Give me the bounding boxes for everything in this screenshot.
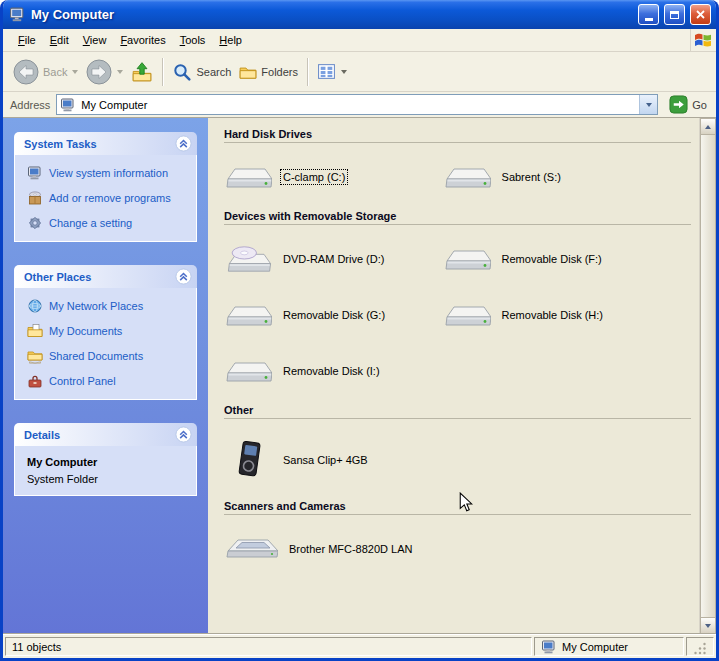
sidebar-item-add-remove-programs[interactable]: Add or remove programs (27, 190, 190, 206)
system-tasks-header[interactable]: System Tasks (14, 132, 197, 155)
sidebar-item-change-a-setting[interactable]: Change a setting (27, 215, 190, 231)
back-button[interactable]: Back (9, 56, 82, 88)
device-label: Brother MFC-8820D LAN (287, 542, 415, 556)
drive-item-d[interactable]: DVD-RAM Drive (D:) (226, 238, 445, 280)
address-value: My Computer (81, 99, 634, 111)
menu-file[interactable]: File (11, 31, 43, 49)
maximize-button[interactable] (664, 4, 685, 25)
sidebar-item-my-network-places[interactable]: My Network Places (27, 298, 190, 314)
window-title: My Computer (31, 7, 633, 22)
change-setting-icon (27, 215, 43, 231)
drive-item-h[interactable]: Removable Disk (H:) (445, 294, 664, 336)
toolbar: Back Search Folders (3, 52, 716, 92)
group-title: Hard Disk Drives (224, 128, 691, 143)
main-area: System Tasks View system information Add… (3, 118, 716, 634)
menu-edit[interactable]: Edit (43, 31, 76, 49)
address-dropdown-button[interactable] (639, 95, 657, 114)
search-label: Search (196, 66, 231, 78)
group-title: Other (224, 404, 691, 419)
address-bar: Address My Computer Go (3, 92, 716, 118)
folder-up-icon (131, 61, 153, 83)
menu-favorites[interactable]: Favorites (113, 31, 172, 49)
control-panel-icon (27, 373, 43, 389)
hard-drive-icon (226, 162, 272, 192)
collapse-chevron-icon[interactable] (175, 426, 192, 443)
details-body: My Computer System Folder (14, 446, 197, 496)
my-computer-window: My Computer File Edit View Favorites Too… (0, 0, 719, 661)
group-hard-disk-drives: Hard Disk Drives C-clamp (C:) Sabrent (S… (224, 128, 691, 210)
title-bar[interactable]: My Computer (3, 0, 716, 29)
back-dropdown-icon[interactable] (72, 70, 78, 74)
scroll-up-button[interactable] (700, 118, 716, 135)
device-item-brother[interactable]: Brother MFC-8820D LAN (226, 528, 445, 570)
address-combo[interactable]: My Computer (56, 94, 658, 115)
collapse-chevron-icon[interactable] (175, 268, 192, 285)
resize-grip[interactable] (686, 637, 714, 656)
network-places-icon (27, 298, 43, 314)
windows-logo-icon (690, 29, 714, 51)
toolbar-separator (162, 58, 163, 86)
menu-view[interactable]: View (76, 31, 114, 49)
drive-item-i[interactable]: Removable Disk (I:) (226, 350, 445, 392)
details-item-type: System Folder (27, 473, 190, 485)
group-title: Scanners and Cameras (224, 500, 691, 515)
group-items: Sansa Clip+ 4GB (224, 419, 691, 500)
sidebar-item-control-panel[interactable]: Control Panel (27, 373, 190, 389)
device-item-sansa[interactable]: Sansa Clip+ 4GB (226, 432, 445, 488)
group-items: Brother MFC-8820D LAN (224, 515, 691, 582)
views-button[interactable] (313, 59, 351, 84)
my-computer-icon (9, 6, 26, 23)
scrollbar-thumb[interactable] (700, 135, 716, 617)
drive-label: DVD-RAM Drive (D:) (281, 252, 386, 266)
sidebar-item-shared-documents[interactable]: Shared Documents (27, 348, 190, 364)
views-dropdown-icon[interactable] (341, 70, 347, 74)
device-label: Sansa Clip+ 4GB (281, 453, 370, 467)
search-icon (172, 62, 192, 82)
group-title: Devices with Removable Storage (224, 210, 691, 225)
close-icon (695, 9, 706, 20)
forward-button[interactable] (82, 56, 127, 88)
go-label: Go (692, 99, 707, 111)
removable-disk-icon (226, 356, 272, 386)
views-icon (317, 62, 336, 81)
forward-dropdown-icon[interactable] (117, 70, 123, 74)
removable-disk-icon (445, 244, 491, 274)
group-scanners-cameras: Scanners and Cameras Brother MFC-8820D L… (224, 500, 691, 582)
sidebar-item-my-documents[interactable]: My Documents (27, 323, 190, 339)
group-items: DVD-RAM Drive (D:) Removable Disk (F:) R… (224, 225, 691, 404)
system-tasks-title: System Tasks (24, 138, 97, 150)
folders-button[interactable]: Folders (235, 60, 302, 84)
other-places-panel: Other Places My Network Places My Docume… (14, 265, 197, 400)
collapse-chevron-icon[interactable] (175, 135, 192, 152)
sidebar-link-label: Change a setting (49, 217, 132, 229)
other-places-header[interactable]: Other Places (14, 265, 197, 288)
arrow-down-icon (705, 624, 711, 628)
forward-icon (86, 59, 112, 85)
hard-drive-icon (445, 162, 491, 192)
vertical-scrollbar[interactable] (699, 118, 716, 634)
scroll-down-button[interactable] (700, 617, 716, 634)
sidebar-item-view-system-information[interactable]: View system information (27, 165, 190, 181)
search-button[interactable]: Search (168, 59, 235, 85)
menu-tools[interactable]: Tools (173, 31, 213, 49)
group-items: C-clamp (C:) Sabrent (S:) (224, 143, 691, 210)
drive-item-g[interactable]: Removable Disk (G:) (226, 294, 445, 336)
other-places-body: My Network Places My Documents Shared Do… (14, 288, 197, 400)
add-remove-programs-icon (27, 190, 43, 206)
drive-label: Sabrent (S:) (500, 170, 563, 184)
sidebar-link-label: Shared Documents (49, 350, 143, 362)
menu-help[interactable]: Help (212, 31, 249, 49)
folder-content[interactable]: Hard Disk Drives C-clamp (C:) Sabrent (S… (208, 118, 699, 634)
minimize-button[interactable] (638, 4, 659, 25)
drive-item-f[interactable]: Removable Disk (F:) (445, 238, 664, 280)
group-other: Other Sansa Clip+ 4GB (224, 404, 691, 500)
close-button[interactable] (690, 4, 711, 25)
group-removable-storage: Devices with Removable Storage DVD-RAM D… (224, 210, 691, 404)
drive-item-s[interactable]: Sabrent (S:) (445, 156, 664, 198)
my-documents-icon (27, 323, 43, 339)
up-button[interactable] (127, 58, 157, 86)
go-button[interactable]: Go (664, 95, 712, 114)
folders-label: Folders (261, 66, 298, 78)
drive-item-c[interactable]: C-clamp (C:) (226, 156, 445, 198)
details-header[interactable]: Details (14, 423, 197, 446)
